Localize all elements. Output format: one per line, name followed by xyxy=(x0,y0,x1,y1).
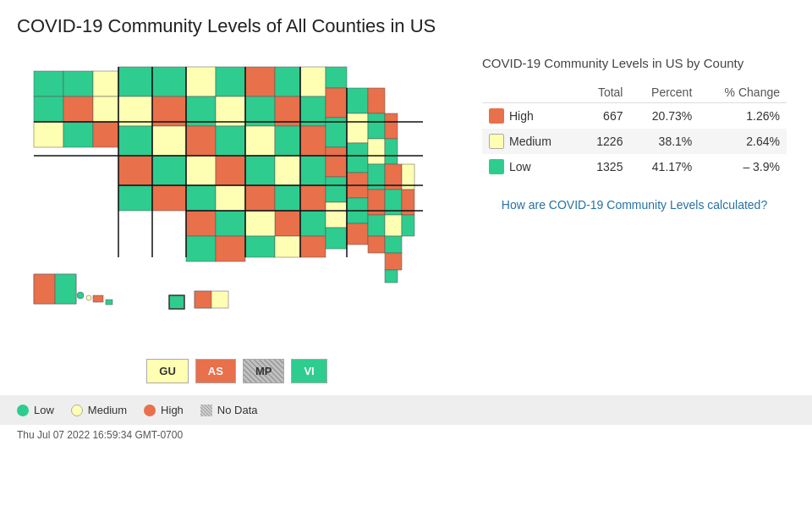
svg-rect-36 xyxy=(63,122,93,147)
svg-point-88 xyxy=(77,292,84,299)
legend-high-label: High xyxy=(161,404,184,416)
pct-change-cell: 1.26% xyxy=(699,103,787,129)
svg-rect-38 xyxy=(118,156,152,185)
territory-mp-badge[interactable]: MP xyxy=(243,359,285,383)
percent-cell: 38.1% xyxy=(629,129,699,154)
svg-rect-35 xyxy=(34,122,63,147)
level-label: High xyxy=(509,109,534,123)
svg-rect-79 xyxy=(385,215,402,236)
svg-rect-53 xyxy=(245,185,275,211)
level-cell: Low xyxy=(482,154,579,179)
svg-rect-10 xyxy=(245,67,275,96)
calculated-link[interactable]: How are COVID-19 Community Levels calcul… xyxy=(482,196,787,214)
svg-rect-42 xyxy=(245,156,275,185)
level-label: Low xyxy=(509,160,531,173)
svg-rect-69 xyxy=(216,211,245,236)
svg-rect-41 xyxy=(216,156,245,185)
svg-rect-43 xyxy=(275,156,300,185)
percent-cell: 20.73% xyxy=(629,103,699,129)
svg-rect-94 xyxy=(195,291,211,308)
svg-rect-46 xyxy=(347,143,368,173)
svg-rect-86 xyxy=(34,274,55,304)
svg-rect-51 xyxy=(186,185,216,211)
map-section: GU AS MP VI xyxy=(8,46,465,392)
level-swatch xyxy=(489,108,504,124)
svg-rect-87 xyxy=(55,274,76,304)
community-levels-table: Total Percent % Change High 667 20.73% 1… xyxy=(482,82,787,179)
svg-rect-83 xyxy=(385,253,402,270)
svg-rect-84 xyxy=(385,270,398,283)
svg-rect-33 xyxy=(368,113,385,139)
svg-rect-55 xyxy=(300,185,326,211)
col-header-level xyxy=(482,82,579,103)
legend-medium-label: Medium xyxy=(88,404,127,416)
territory-gu-badge[interactable]: GU xyxy=(146,359,189,383)
svg-rect-80 xyxy=(402,215,414,236)
col-header-total: Total xyxy=(579,82,629,103)
info-section: COVID-19 Community Levels in US by Count… xyxy=(465,46,804,392)
svg-rect-62 xyxy=(300,211,326,236)
svg-rect-4 xyxy=(63,96,93,122)
svg-rect-37 xyxy=(93,122,118,147)
svg-rect-21 xyxy=(326,88,347,118)
territory-section: GU AS MP VI xyxy=(8,350,465,392)
svg-rect-61 xyxy=(275,211,300,236)
svg-rect-34 xyxy=(385,113,398,139)
timestamp: Thu Jul 07 2022 16:59:34 GMT-0700 xyxy=(0,425,812,445)
svg-rect-23 xyxy=(368,88,385,113)
low-dot xyxy=(17,405,29,416)
nodata-swatch xyxy=(200,405,212,416)
svg-rect-29 xyxy=(275,126,300,156)
level-swatch xyxy=(489,134,504,149)
medium-dot xyxy=(71,405,83,416)
svg-rect-5 xyxy=(93,96,118,122)
pct-change-cell: – 3.9% xyxy=(699,154,787,179)
svg-rect-73 xyxy=(245,236,275,257)
page-title: COVID-19 Community Levels of All Countie… xyxy=(0,0,812,46)
col-header-pct-change: % Change xyxy=(699,82,787,103)
svg-rect-11 xyxy=(275,67,300,96)
svg-rect-48 xyxy=(385,139,398,164)
total-cell: 667 xyxy=(579,103,629,129)
legend-nodata: No Data xyxy=(200,404,258,416)
svg-rect-70 xyxy=(245,211,275,236)
svg-rect-68 xyxy=(186,211,216,236)
table-row: High 667 20.73% 1.26% xyxy=(482,103,787,129)
col-header-percent: Percent xyxy=(629,82,699,103)
svg-rect-76 xyxy=(326,228,347,249)
total-cell: 1226 xyxy=(579,129,629,154)
svg-rect-72 xyxy=(216,236,245,262)
svg-rect-77 xyxy=(347,223,368,245)
legend-nodata-label: No Data xyxy=(217,404,258,416)
svg-rect-6 xyxy=(118,67,152,96)
svg-point-89 xyxy=(86,295,91,300)
svg-rect-3 xyxy=(34,96,63,122)
territory-as-badge[interactable]: AS xyxy=(195,359,236,383)
svg-rect-92 xyxy=(106,300,112,305)
svg-rect-1 xyxy=(63,71,93,96)
svg-rect-75 xyxy=(300,236,326,257)
svg-rect-12 xyxy=(300,67,326,96)
legend-medium: Medium xyxy=(71,404,127,416)
us-map xyxy=(8,46,448,342)
level-label: Medium xyxy=(509,135,551,148)
table-title: COVID-19 Community Levels in US by Count… xyxy=(482,54,787,72)
svg-rect-91 xyxy=(93,295,103,302)
svg-rect-7 xyxy=(152,67,186,96)
svg-rect-81 xyxy=(368,236,385,253)
svg-rect-40 xyxy=(186,156,216,185)
svg-rect-78 xyxy=(368,215,385,236)
svg-rect-2 xyxy=(93,71,118,96)
svg-rect-32 xyxy=(347,113,368,143)
territory-vi-badge[interactable]: VI xyxy=(291,359,326,383)
legend-bar: Low Medium High No Data xyxy=(0,395,812,425)
svg-rect-54 xyxy=(275,185,300,211)
svg-rect-44 xyxy=(300,156,326,185)
legend-high: High xyxy=(144,404,184,416)
level-swatch xyxy=(489,159,504,174)
svg-rect-25 xyxy=(152,126,186,156)
svg-rect-24 xyxy=(118,126,152,156)
level-cell: Medium xyxy=(482,129,579,154)
svg-rect-9 xyxy=(216,67,245,96)
svg-rect-39 xyxy=(152,156,186,185)
